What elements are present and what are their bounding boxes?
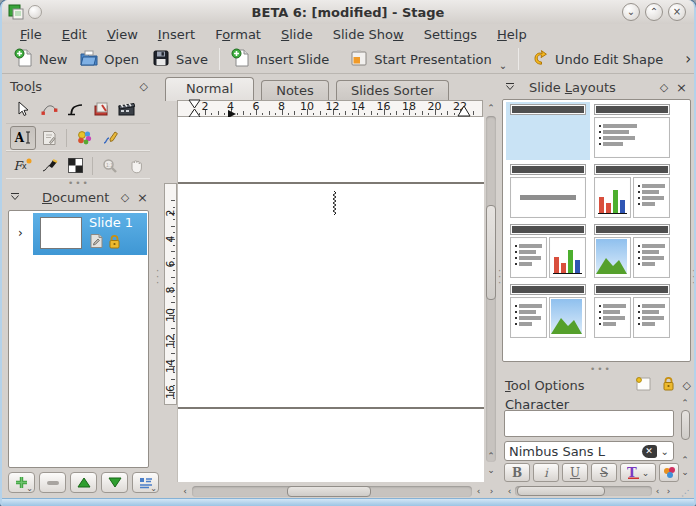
close-panel-icon[interactable]: ×: [676, 81, 687, 94]
underline-button[interactable]: U: [562, 463, 588, 482]
scrollbar-thumb[interactable]: [287, 486, 371, 497]
scroll-left-icon[interactable]: ‹: [472, 487, 485, 496]
note-icon[interactable]: [635, 377, 652, 394]
save-button[interactable]: Save: [145, 46, 214, 73]
scroll-down-icon[interactable]: ⌄: [678, 468, 692, 477]
float-panel-icon[interactable]: ◇: [660, 82, 668, 93]
menu-help[interactable]: Help: [487, 27, 537, 42]
start-presentation-button[interactable]: Start Presentation ⌄: [343, 46, 513, 73]
vertical-ruler[interactable]: 246810121416: [164, 183, 177, 405]
animation-tool-button[interactable]: [114, 97, 140, 121]
tab-notes[interactable]: Notes: [261, 80, 329, 101]
clear-text-icon[interactable]: ✕: [642, 445, 657, 458]
lock-icon[interactable]: [662, 376, 675, 394]
slide-layout-title[interactable]: [506, 102, 590, 160]
italic-button[interactable]: i: [533, 463, 559, 482]
tool-options-panel-header[interactable]: Tool Options ◇: [505, 376, 691, 394]
stamp-tool-button[interactable]: [88, 97, 114, 121]
zoom-tool-button[interactable]: 1:1: [97, 154, 123, 178]
scroll-right-icon[interactable]: ›: [663, 487, 674, 496]
slide-layout-title-image-bullets[interactable]: [590, 222, 674, 280]
float-panel-icon[interactable]: ◇: [140, 81, 148, 92]
new-button[interactable]: New: [8, 46, 73, 73]
maximize-button[interactable]: ⌃: [645, 3, 663, 21]
freehand-tool-button[interactable]: [97, 126, 123, 150]
character-preview-box[interactable]: [504, 410, 674, 437]
remove-slide-button[interactable]: [39, 472, 66, 493]
slide-thumbnail[interactable]: [40, 217, 82, 249]
slide-layout-title-bullets-chart[interactable]: [506, 222, 590, 280]
menu-settings[interactable]: Settings: [414, 27, 487, 42]
scrollbar-thumb[interactable]: [517, 486, 605, 496]
document-panel-header[interactable]: Document ◇ ×: [10, 188, 148, 206]
text-tool-button[interactable]: A: [10, 126, 36, 150]
scroll-up-icon[interactable]: ⌃: [484, 104, 498, 113]
panel-resize-handle[interactable]: •••: [68, 181, 90, 185]
float-panel-icon[interactable]: ◇: [683, 380, 691, 391]
notes-tool-button[interactable]: [36, 126, 62, 150]
pattern-edit-tool-button[interactable]: [62, 154, 88, 178]
menu-edit[interactable]: Edit: [52, 27, 97, 42]
text-color-button[interactable]: T⌄: [620, 463, 656, 482]
window-edge-handle[interactable]: ···: [692, 268, 695, 286]
combo-dropdown-icon[interactable]: ⌄: [661, 446, 669, 457]
slide-layouts-panel-header[interactable]: Slide Layouts ◇ ×: [505, 78, 687, 96]
insert-slide-button[interactable]: Insert Slide: [225, 46, 335, 73]
collapse-panel-icon[interactable]: [505, 82, 515, 93]
menu-slide-show[interactable]: Slide Show: [323, 27, 414, 42]
undo-button[interactable]: Undo Edit Shape: [524, 46, 669, 73]
panel-resize-handle[interactable]: •••: [590, 367, 612, 371]
slide-layout-title-two-bullets[interactable]: [590, 282, 674, 340]
slide-list-item[interactable]: › Slide 1: [9, 213, 148, 255]
expander-icon[interactable]: ›: [18, 226, 23, 240]
scroll-up-icon[interactable]: ⌃: [678, 456, 692, 465]
scroll-left-icon[interactable]: ‹: [504, 487, 515, 496]
slide-canvas[interactable]: [177, 117, 484, 482]
scrollbar-thumb[interactable]: [486, 205, 496, 300]
scroll-left-icon[interactable]: ‹: [178, 487, 192, 496]
tab-slides-sorter[interactable]: Slides Sorter: [336, 80, 449, 101]
artistic-text-tool-button[interactable]: [71, 126, 97, 150]
shade-button[interactable]: ⌄: [622, 3, 640, 21]
add-slide-button[interactable]: ⌄: [8, 472, 35, 493]
float-panel-icon[interactable]: ◇: [121, 192, 129, 203]
menu-insert[interactable]: Insert: [148, 27, 205, 42]
splitter-handle[interactable]: ···: [156, 268, 159, 286]
highlight-color-button[interactable]: [659, 463, 679, 482]
canvas-vertical-scrollbar[interactable]: ⌃ ⌃ ⌄: [484, 100, 498, 482]
scroll-up-icon[interactable]: ⌃: [484, 452, 498, 461]
formula-tool-button[interactable]: Fx: [10, 154, 36, 178]
slide-layout-title-bullets[interactable]: [590, 102, 674, 160]
toolbar-overflow-arrow[interactable]: ›: [685, 50, 691, 68]
title-bar[interactable]: BETA 6: [modified] - Stage ⌄ ⌃ ×: [2, 0, 694, 24]
close-panel-icon[interactable]: ×: [137, 191, 148, 204]
strikethrough-button[interactable]: S: [591, 463, 617, 482]
move-slide-up-button[interactable]: [70, 472, 97, 493]
scroll-right-icon[interactable]: ›: [485, 487, 498, 496]
tab-normal[interactable]: Normal: [165, 77, 254, 101]
canvas-horizontal-scrollbar[interactable]: ‹ ‹ ›: [178, 484, 498, 499]
move-slide-down-button[interactable]: [101, 472, 128, 493]
calligraphy-tool-button[interactable]: [36, 154, 62, 178]
path-edit-tool-button[interactable]: [36, 97, 62, 121]
slide-layout-title-bullets-image[interactable]: [506, 282, 590, 340]
tool-options-horizontal-scrollbar[interactable]: ‹ ‹ ›: [504, 484, 674, 498]
horizontal-ruler[interactable]: 246810121416182022: [177, 100, 483, 117]
menu-format[interactable]: Format: [205, 27, 271, 42]
scrollbar-thumb[interactable]: [681, 410, 690, 440]
open-button[interactable]: Open: [73, 46, 145, 73]
pan-tool-button[interactable]: [123, 154, 149, 178]
splitter-handle[interactable]: ···: [498, 268, 501, 286]
view-mode-button[interactable]: ⌄: [132, 472, 159, 493]
start-presentation-dropdown-arrow[interactable]: ⌄: [499, 61, 507, 71]
collapse-panel-icon[interactable]: [10, 192, 20, 203]
connection-tool-button[interactable]: [62, 97, 88, 121]
menu-file[interactable]: File: [10, 27, 52, 42]
scroll-up-icon[interactable]: ⌃: [678, 399, 692, 408]
scroll-down-icon[interactable]: ⌄: [484, 466, 498, 475]
bold-button[interactable]: B: [504, 463, 530, 482]
selection-tool-button[interactable]: [10, 97, 36, 121]
scroll-left-icon[interactable]: ‹: [652, 487, 663, 496]
slide-layout-title-chart-bullets[interactable]: [590, 162, 674, 220]
font-family-combo[interactable]: Nimbus Sans L ✕ ⌄: [504, 441, 674, 461]
